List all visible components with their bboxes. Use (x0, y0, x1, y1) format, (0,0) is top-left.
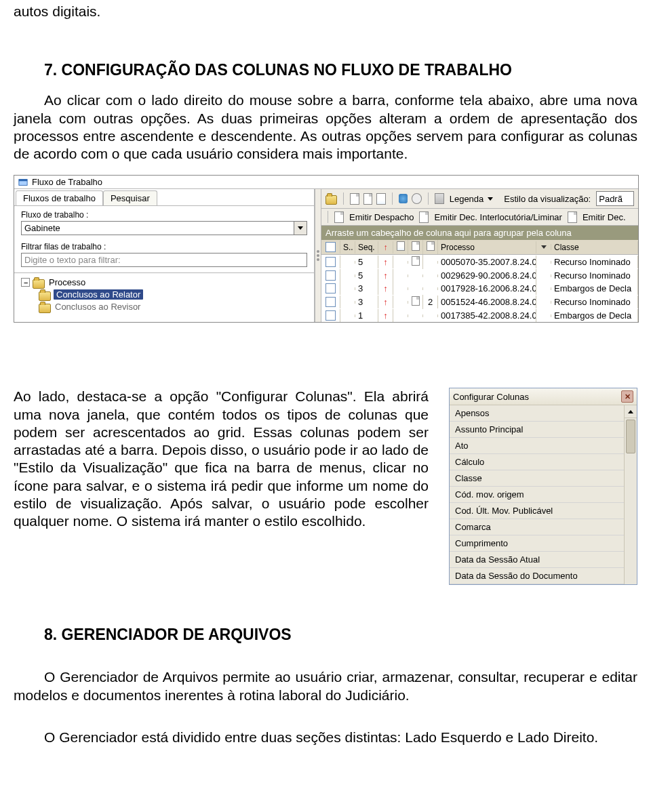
group-hint[interactable]: Arraste um cabeçalho de coluna aqui para… (321, 226, 638, 240)
table-row[interactable]: 3↑0017928-16.2006.8.24.0064/50000Embargo… (321, 282, 638, 295)
arrow-up-icon: ↑ (383, 257, 388, 267)
estilo-select[interactable]: Padrã (596, 191, 634, 206)
checkbox-all[interactable] (326, 242, 336, 252)
doc-icon (419, 211, 429, 223)
splitter[interactable] (315, 189, 321, 322)
row-checkbox[interactable] (326, 283, 336, 293)
arrow-up-icon: ↑ (383, 310, 388, 321)
tab-pesquisar[interactable]: Pesquisar (103, 190, 157, 205)
cfg-list-item[interactable]: Assunto Principal (450, 422, 637, 438)
cfg-list-item[interactable]: Cumprimento (450, 535, 637, 552)
cfg-list-item[interactable]: Cód. mov. origem (450, 487, 637, 503)
scroll-up-button[interactable] (625, 405, 637, 418)
section-8-title: 8. GERENCIADOR DE ARQUIVOS (14, 626, 637, 644)
tree-root[interactable]: Processo (47, 277, 87, 287)
window-icon (18, 178, 28, 187)
cell-processo: 0005070-35.2007.8.24.0090 (438, 256, 536, 268)
cfg-list-item[interactable]: Cod. Últ. Mov. Publicável (450, 503, 637, 519)
close-button[interactable]: ✕ (621, 390, 633, 403)
chevron-down-icon (541, 245, 547, 249)
cell-count: 2 (423, 296, 438, 308)
scroll-thumb[interactable] (626, 420, 635, 453)
select-fluxo-dropdown-button[interactable] (294, 221, 307, 235)
table-row[interactable]: 3↑20051524-46.2008.8.24.0023Recurso Inom… (321, 295, 638, 309)
arrow-up-icon: ↑ (383, 297, 388, 307)
cell-seq: 5 (355, 269, 378, 282)
screenshot-fluxo-de-trabalho: Fluxo de Trabalho Fluxos de trabalho Pes… (14, 175, 639, 323)
configurar-colunas-paragraph: Ao lado, destaca-se a opção "Configurar … (14, 388, 429, 530)
cfg-list-item[interactable]: Apensos (450, 405, 637, 422)
cfg-title: Configurar Colunas (453, 392, 529, 402)
table-row[interactable]: 5↑0005070-35.2007.8.24.0090Recurso Inomi… (321, 255, 638, 269)
cell-classe: Embargos de Decla (551, 282, 638, 295)
cell-classe: Recurso Inominado (551, 269, 638, 282)
section-8-p2: O Gerenciador está dividido entre duas s… (14, 729, 637, 746)
folder-icon (39, 304, 51, 313)
col-seq[interactable]: Seq. (355, 241, 378, 253)
tree-item-selected[interactable]: Conclusos ao Relator (54, 289, 143, 300)
row-checkbox[interactable] (326, 310, 336, 321)
scrollbar[interactable] (624, 405, 637, 584)
col-processo[interactable]: Processo (438, 241, 536, 253)
cfg-list-item[interactable]: Ato (450, 438, 637, 454)
cell-count (423, 314, 438, 317)
intro-line: autos digitais. (14, 3, 637, 20)
filter-input[interactable]: Digite o texto para filtrar: (21, 253, 307, 267)
cfg-list-item[interactable]: Data da Sessão Atual (450, 552, 637, 568)
tree-item[interactable]: Conclusos ao Revisor (54, 302, 142, 312)
col-icon3[interactable] (423, 240, 438, 254)
arrow-up-icon: ↑ (383, 270, 388, 281)
table-row[interactable]: 5↑0029629-90.2006.8.24.0090Recurso Inomi… (321, 269, 638, 282)
grid: S.. Seq. ↑ Processo Classe 5↑0005 (321, 240, 638, 322)
label-filtrar: Filtrar filas de trabalho : (14, 238, 314, 253)
section-7-body: Ao clicar com o lado direito do mouse so… (14, 92, 637, 163)
doc-icon (334, 211, 344, 223)
flag-icon[interactable] (435, 193, 443, 204)
col-dropdown[interactable] (536, 244, 551, 250)
cfg-list-item[interactable]: Classe (450, 470, 637, 487)
row-checkbox[interactable] (326, 270, 336, 281)
cfg-list-item[interactable]: Data da Sessão do Documento (450, 568, 637, 584)
screenshot-configurar-colunas: Configurar Colunas ✕ ApensosAssunto Prin… (449, 388, 637, 585)
chevron-down-icon (298, 226, 303, 230)
folder-icon (39, 291, 51, 301)
cell-classe: Recurso Inominado (551, 296, 638, 308)
row-checkbox[interactable] (326, 257, 336, 267)
page-icon[interactable] (350, 193, 359, 205)
cell-count (423, 275, 438, 277)
doc-icon (412, 256, 420, 266)
page-icon[interactable] (363, 193, 372, 205)
open-icon[interactable] (326, 195, 337, 205)
tab-fluxos[interactable]: Fluxos de trabalho (16, 190, 103, 205)
cell-seq: 1 (355, 309, 378, 322)
cell-seq: 3 (355, 296, 378, 308)
doc-icon (412, 296, 420, 306)
roll-icon[interactable] (399, 194, 408, 203)
legenda-dropdown[interactable]: Legenda (448, 193, 495, 205)
estilo-label: Estilo da visualização: (502, 193, 592, 205)
table-row[interactable]: 1↑0017385-42.2008.8.24.0064/50000Embargo… (321, 309, 638, 322)
cfg-list-item[interactable]: Comarca (450, 519, 637, 535)
cell-count (423, 261, 438, 264)
tree: ‒ Processo Conclusos ao Relator Concluso… (14, 273, 314, 312)
doc-icon[interactable] (376, 193, 385, 205)
col-priority[interactable]: ↑ (378, 241, 393, 253)
row-checkbox[interactable] (326, 297, 336, 307)
btn-emitir-dec[interactable]: Emitir Dec. (581, 211, 627, 223)
cell-classe: Recurso Inominado (551, 256, 638, 268)
btn-emitir-despacho[interactable]: Emitir Despacho (348, 211, 415, 223)
tree-toggle[interactable]: ‒ (21, 278, 30, 287)
col-icon1[interactable] (393, 240, 408, 254)
cell-processo: 0017928-16.2006.8.24.0064/50000 (438, 282, 536, 295)
btn-emitir-dec-interlocutoria[interactable]: Emitir Dec. Interlocutória/Liminar (433, 211, 564, 223)
select-fluxo[interactable]: Gabinete (21, 221, 294, 235)
gear-icon[interactable] (412, 193, 422, 204)
label-fluxo: Fluxo de trabalho : (14, 206, 314, 221)
cfg-list-item[interactable]: Cálculo (450, 454, 637, 470)
folder-icon (33, 279, 45, 289)
col-s[interactable]: S.. (340, 241, 355, 253)
col-icon2[interactable] (408, 240, 423, 254)
col-classe[interactable]: Classe (551, 241, 638, 253)
cell-seq: 3 (355, 282, 378, 295)
cell-processo: 0051524-46.2008.8.24.0023 (438, 296, 536, 308)
